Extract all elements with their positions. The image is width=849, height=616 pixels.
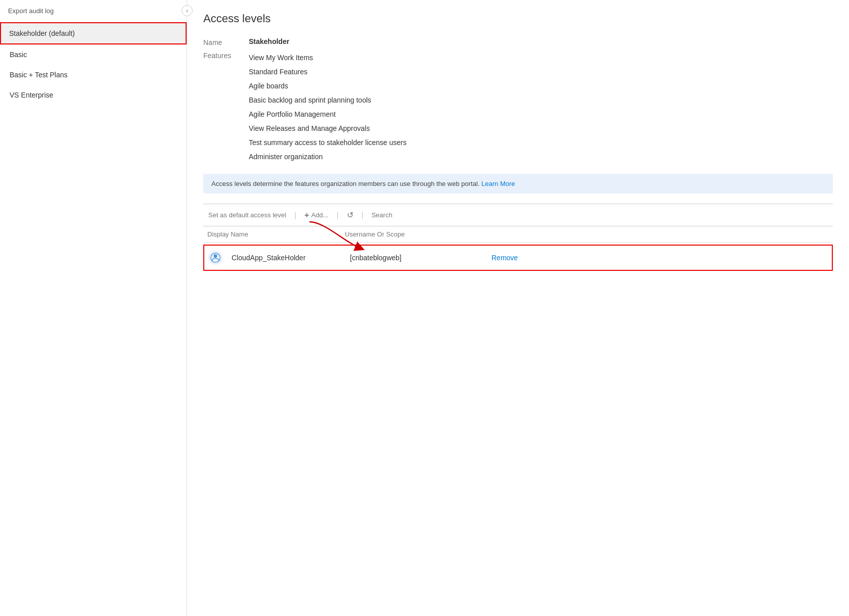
sidebar-item-basic-test-plans[interactable]: Basic + Test Plans <box>0 65 187 85</box>
sidebar-item-basic[interactable]: Basic <box>0 44 187 65</box>
feature-item: Agile Portfolio Management <box>249 107 407 121</box>
user-avatar-icon <box>208 251 222 265</box>
cell-display-name: CloudApp_StakeHolder <box>228 254 350 262</box>
name-section: Name Stakeholder <box>203 37 833 46</box>
table-row: CloudApp_StakeHolder [cnbateblogweb] Rem… <box>203 245 833 271</box>
feature-item: View Releases and Manage Approvals <box>249 121 407 135</box>
features-value: View My Work Items Standard Features Agi… <box>249 51 407 164</box>
divider-1: | <box>294 211 296 220</box>
table-section: Display Name Username Or Scope <box>203 226 833 271</box>
feature-item: Standard Features <box>249 65 407 79</box>
remove-button[interactable]: Remove <box>491 254 828 262</box>
info-note-text: Access levels determine the features org… <box>211 180 479 187</box>
sidebar-item-vs-enterprise[interactable]: VS Enterprise <box>0 85 187 105</box>
features-section: Features View My Work Items Standard Fea… <box>203 51 833 164</box>
toolbar: Set as default access level | + Add... |… <box>203 204 833 226</box>
info-note: Access levels determine the features org… <box>203 174 833 194</box>
set-default-button[interactable]: Set as default access level <box>203 209 291 221</box>
sidebar-item-stakeholder[interactable]: Stakeholder (default) <box>0 22 187 44</box>
sidebar-item-export-audit-log[interactable]: Export audit log <box>0 0 187 22</box>
chevron-left-icon: ‹ <box>186 8 188 14</box>
set-default-label: Set as default access level <box>208 211 286 219</box>
name-value: Stakeholder <box>249 37 289 46</box>
col-display-name-header: Display Name <box>203 230 345 238</box>
sidebar-item-vs-enterprise-label: VS Enterprise <box>10 91 53 99</box>
col-action-header <box>486 230 833 238</box>
col-username-header: Username Or Scope <box>345 230 486 238</box>
sidebar: ‹ Export audit log Stakeholder (default)… <box>0 0 187 616</box>
svg-point-0 <box>214 254 217 258</box>
plus-icon: + <box>304 211 309 220</box>
refresh-icon: ↺ <box>347 210 353 220</box>
name-label: Name <box>203 37 249 46</box>
features-list: View My Work Items Standard Features Agi… <box>249 51 407 164</box>
feature-item: Test summary access to stakeholder licen… <box>249 135 407 150</box>
table-header: Display Name Username Or Scope <box>203 226 833 243</box>
feature-item: Agile boards <box>249 79 407 93</box>
user-svg-icon <box>210 253 220 263</box>
arrow-annotation-container: CloudApp_StakeHolder [cnbateblogweb] Rem… <box>203 245 833 271</box>
feature-item: Administer organization <box>249 150 407 164</box>
add-label: Add... <box>311 211 328 219</box>
divider-3: | <box>362 211 364 220</box>
sidebar-item-basic-label: Basic <box>10 51 27 59</box>
search-button[interactable]: Search <box>367 209 397 221</box>
main-content: Access levels Name Stakeholder Features … <box>187 0 849 616</box>
feature-item: Basic backlog and sprint planning tools <box>249 93 407 107</box>
feature-item: View My Work Items <box>249 51 407 65</box>
features-label: Features <box>203 51 249 164</box>
cell-username: [cnbateblogweb] <box>350 254 491 262</box>
sidebar-collapse-button[interactable]: ‹ <box>182 5 193 16</box>
refresh-button[interactable]: ↺ <box>342 208 359 222</box>
page-title: Access levels <box>203 12 833 25</box>
export-audit-log-label: Export audit log <box>8 7 54 15</box>
sidebar-item-stakeholder-label: Stakeholder (default) <box>9 29 75 37</box>
learn-more-link[interactable]: Learn More <box>481 180 515 187</box>
search-label: Search <box>372 211 392 219</box>
sidebar-item-basic-test-plans-label: Basic + Test Plans <box>10 71 68 79</box>
divider-2: | <box>336 211 338 220</box>
add-button[interactable]: + Add... <box>299 209 333 222</box>
